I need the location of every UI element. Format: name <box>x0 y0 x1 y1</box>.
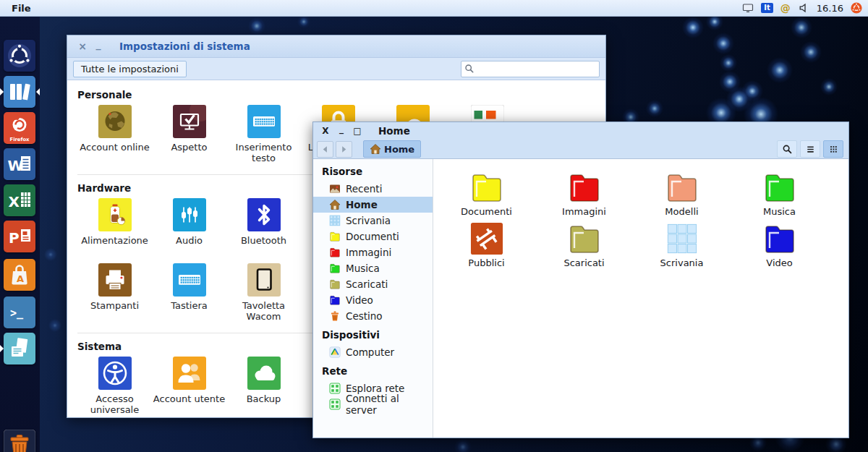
display-icon[interactable] <box>742 2 754 14</box>
folder-icon <box>762 171 797 204</box>
folder-icon <box>329 263 341 274</box>
file-item-modelli[interactable]: Modelli <box>633 168 731 219</box>
sidebar-item-scrivania[interactable]: Scrivania <box>313 213 433 229</box>
bluetooth-icon <box>247 198 281 231</box>
path-bar-home-button[interactable]: Home <box>363 140 421 158</box>
menu-file[interactable]: File <box>0 3 31 14</box>
settings-item-accesso-universale[interactable]: Accesso universale <box>77 357 152 416</box>
file-item-scaricati[interactable]: Scaricati <box>535 219 633 270</box>
folder-icon <box>665 171 699 204</box>
file-item-video[interactable]: Video <box>731 219 828 270</box>
file-item-label: Musica <box>763 206 796 217</box>
sidebar-item-computer[interactable]: Computer <box>313 344 433 360</box>
file-manager-body: RisorseRecentiHomeScrivaniaDocumentiImma… <box>313 159 848 438</box>
library-icon <box>4 76 35 108</box>
clock[interactable]: 16.16 <box>817 3 843 14</box>
settings-item-account-online[interactable]: Account online <box>77 105 152 164</box>
folder-icon <box>329 278 341 290</box>
sidebar-item-musica[interactable]: Musica <box>313 260 433 276</box>
sidebar-item-label: Computer <box>346 346 394 358</box>
settings-item-label: Tavoletta Wacom <box>226 300 301 323</box>
file-item-immagini[interactable]: Immagini <box>535 168 633 219</box>
settings-item-account-utente[interactable]: Account utente <box>152 357 226 416</box>
publicshare-icon <box>469 222 504 255</box>
sidebar-item-label: Cestino <box>346 310 383 322</box>
settings-item-label: Inserimento testo <box>226 142 301 164</box>
dock-item-library[interactable] <box>4 76 35 108</box>
ubuntu-session-icon[interactable] <box>851 2 862 14</box>
settings-item-backup[interactable]: Backup <box>226 357 301 416</box>
grid-view-button[interactable] <box>823 140 843 158</box>
dock-item-software-center[interactable]: A <box>4 259 35 291</box>
minimize-icon[interactable]: _ <box>93 39 103 49</box>
places-sidebar: RisorseRecentiHomeScrivaniaDocumentiImma… <box>313 159 433 438</box>
keyboard-layout-indicator[interactable]: It <box>761 3 773 13</box>
close-icon[interactable]: × <box>77 41 88 51</box>
file-item-pubblici[interactable]: Pubblici <box>438 219 535 270</box>
settings-item-inserimento-testo[interactable]: Inserimento testo <box>226 105 301 164</box>
file-item-label: Pubblici <box>468 257 504 268</box>
file-item-musica[interactable]: Musica <box>731 168 828 219</box>
svg-text:>_: >_ <box>10 307 24 320</box>
dock-item-files[interactable] <box>4 333 35 364</box>
settings-item-tastiera[interactable]: Tastiera <box>152 263 226 323</box>
file-manager-window: X _ □ Home Home <box>312 121 849 438</box>
dock-item-firefox[interactable]: Firefox <box>4 112 35 144</box>
sidebar-item-home[interactable]: Home <box>313 197 433 213</box>
settings-item-label: Aspetto <box>171 142 207 153</box>
settings-item-bluetooth[interactable]: Bluetooth <box>226 198 301 246</box>
file-manager-titlebar[interactable]: X _ □ Home <box>313 122 848 140</box>
computer-icon <box>329 346 341 358</box>
dock-item-powerpoint[interactable]: P <box>4 221 35 252</box>
dock-item-excel[interactable]: X <box>4 184 35 216</box>
file-item-label: Video <box>766 257 792 268</box>
list-view-button[interactable] <box>800 140 820 158</box>
sidebar-item-documenti[interactable]: Documenti <box>313 229 433 244</box>
settings-item-stampanti[interactable]: Stampanti <box>77 263 152 323</box>
globe-icon <box>98 105 132 138</box>
folder-icon <box>329 294 341 306</box>
settings-item-audio[interactable]: Audio <box>152 198 226 246</box>
file-item-scrivania[interactable]: Scrivania <box>633 219 731 270</box>
desktop-icon <box>665 222 699 255</box>
dock-item-terminal[interactable]: >_ <box>4 297 35 328</box>
search-button[interactable] <box>777 140 797 158</box>
sidebar-item-cestino[interactable]: Cestino <box>313 308 433 324</box>
back-button[interactable] <box>317 141 333 158</box>
sidebar-item-label: Documenti <box>346 231 399 242</box>
settings-item-label: Accesso universale <box>77 393 152 416</box>
sidebar-item-immagini[interactable]: Immagini <box>313 244 433 260</box>
settings-item-alimentazione[interactable]: Alimentazione <box>77 198 152 246</box>
settings-item-aspetto[interactable]: Aspetto <box>152 105 226 164</box>
settings-titlebar[interactable]: × _ Impostazioni di sistema <box>67 35 605 58</box>
messaging-menu-icon[interactable]: @ <box>780 2 791 14</box>
close-icon[interactable]: X <box>320 127 331 135</box>
volume-icon[interactable] <box>798 2 809 14</box>
file-item-label: Scaricati <box>563 257 604 268</box>
network-icon <box>329 383 341 394</box>
trash-mini-icon <box>329 310 341 322</box>
all-settings-button[interactable]: Tutte le impostazioni <box>73 61 187 77</box>
settings-item-label: Stampanti <box>90 300 139 311</box>
keyboard-icon <box>173 263 206 297</box>
settings-item-tavoletta-wacom[interactable]: Tavoletta Wacom <box>226 263 301 323</box>
minimize-icon[interactable]: _ <box>336 124 346 133</box>
dock-item-trash[interactable] <box>4 430 35 452</box>
home-icon <box>370 143 381 155</box>
settings-search-input[interactable] <box>477 63 596 74</box>
sidebar-item-video[interactable]: Video <box>313 292 433 308</box>
trash-icon <box>4 430 35 452</box>
dock-item-dash[interactable] <box>4 40 35 72</box>
forward-button[interactable] <box>336 141 352 158</box>
sidebar-item-recenti[interactable]: Recenti <box>313 181 433 197</box>
sidebar-item-connetti-al-server[interactable]: Connetti al server <box>313 396 433 412</box>
file-item-label: Immagini <box>562 206 606 217</box>
maximize-icon[interactable]: □ <box>352 127 362 135</box>
sidebar-item-scaricati[interactable]: Scaricati <box>313 276 433 292</box>
dock-item-word[interactable]: W <box>4 148 35 180</box>
svg-text:X: X <box>9 193 20 210</box>
file-item-documenti[interactable]: Documenti <box>438 168 535 219</box>
svg-text:P: P <box>9 229 20 247</box>
firefox-icon: Firefox <box>4 112 35 144</box>
sidebar-item-label: Musica <box>346 263 380 274</box>
